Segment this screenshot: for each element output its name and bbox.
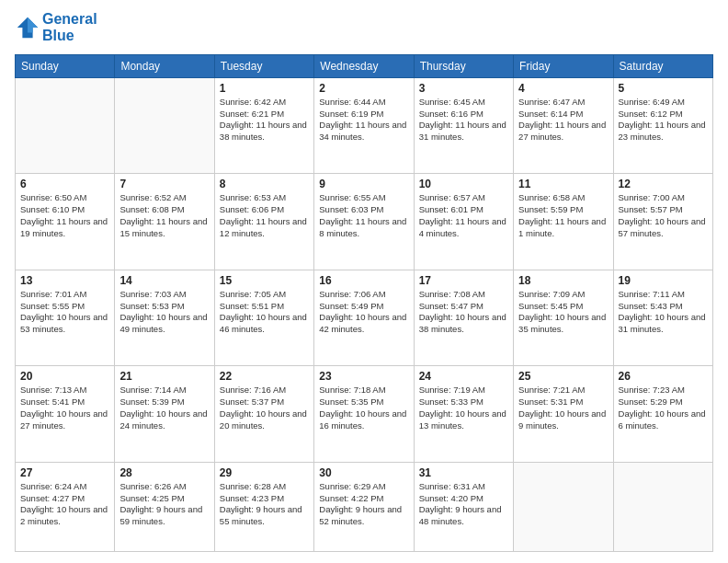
day-info: Sunrise: 7:00 AM Sunset: 5:57 PM Dayligh… bbox=[619, 192, 708, 239]
calendar-cell: 11Sunrise: 6:58 AM Sunset: 5:59 PM Dayli… bbox=[514, 174, 613, 270]
day-number: 24 bbox=[419, 370, 508, 383]
day-number: 12 bbox=[619, 178, 708, 190]
calendar-cell bbox=[115, 77, 214, 174]
calendar-cell bbox=[514, 462, 613, 551]
day-info: Sunrise: 6:53 AM Sunset: 6:06 PM Dayligh… bbox=[220, 192, 309, 239]
day-number: 13 bbox=[20, 274, 109, 287]
calendar-cell: 18Sunrise: 7:09 AM Sunset: 5:45 PM Dayli… bbox=[514, 270, 613, 366]
day-info: Sunrise: 7:09 AM Sunset: 5:45 PM Dayligh… bbox=[518, 289, 608, 336]
calendar-cell: 23Sunrise: 7:18 AM Sunset: 5:35 PM Dayli… bbox=[314, 366, 414, 463]
day-info: Sunrise: 6:55 AM Sunset: 6:03 PM Dayligh… bbox=[319, 192, 408, 239]
calendar-cell: 26Sunrise: 7:23 AM Sunset: 5:29 PM Dayli… bbox=[613, 366, 712, 463]
calendar-cell: 8Sunrise: 6:53 AM Sunset: 6:06 PM Daylig… bbox=[214, 174, 313, 270]
day-info: Sunrise: 7:14 AM Sunset: 5:39 PM Dayligh… bbox=[119, 385, 209, 431]
day-info: Sunrise: 7:11 AM Sunset: 5:43 PM Dayligh… bbox=[619, 289, 708, 336]
day-number: 2 bbox=[319, 82, 408, 95]
calendar-cell: 30Sunrise: 6:29 AM Sunset: 4:22 PM Dayli… bbox=[314, 462, 414, 551]
day-info: Sunrise: 6:45 AM Sunset: 6:16 PM Dayligh… bbox=[419, 97, 508, 144]
day-info: Sunrise: 6:44 AM Sunset: 6:19 PM Dayligh… bbox=[319, 97, 408, 144]
day-info: Sunrise: 7:08 AM Sunset: 5:47 PM Dayligh… bbox=[419, 289, 508, 336]
calendar-cell: 19Sunrise: 7:11 AM Sunset: 5:43 PM Dayli… bbox=[613, 270, 712, 366]
logo: General Blue bbox=[15, 11, 97, 45]
day-info: Sunrise: 7:23 AM Sunset: 5:29 PM Dayligh… bbox=[619, 385, 708, 431]
day-number: 15 bbox=[220, 274, 309, 287]
day-number: 17 bbox=[419, 274, 508, 287]
day-number: 10 bbox=[419, 178, 508, 190]
day-number: 7 bbox=[119, 178, 209, 190]
day-info: Sunrise: 6:28 AM Sunset: 4:23 PM Dayligh… bbox=[220, 481, 309, 528]
logo-text: General Blue bbox=[42, 11, 97, 45]
day-number: 19 bbox=[619, 274, 708, 287]
page: General Blue SundayMondayTuesdayWednesda… bbox=[0, 0, 728, 563]
day-info: Sunrise: 7:06 AM Sunset: 5:49 PM Dayligh… bbox=[319, 289, 408, 336]
day-info: Sunrise: 6:42 AM Sunset: 6:21 PM Dayligh… bbox=[220, 97, 309, 144]
day-number: 14 bbox=[119, 274, 209, 287]
calendar-cell: 29Sunrise: 6:28 AM Sunset: 4:23 PM Dayli… bbox=[214, 462, 313, 551]
calendar-cell: 6Sunrise: 6:50 AM Sunset: 6:10 PM Daylig… bbox=[16, 174, 115, 270]
calendar-cell: 27Sunrise: 6:24 AM Sunset: 4:27 PM Dayli… bbox=[16, 462, 115, 551]
calendar-week-4: 20Sunrise: 7:13 AM Sunset: 5:41 PM Dayli… bbox=[16, 366, 713, 463]
day-info: Sunrise: 6:24 AM Sunset: 4:27 PM Dayligh… bbox=[20, 481, 109, 528]
day-info: Sunrise: 6:31 AM Sunset: 4:20 PM Dayligh… bbox=[419, 481, 508, 528]
day-info: Sunrise: 6:49 AM Sunset: 6:12 PM Dayligh… bbox=[619, 97, 708, 144]
day-number: 1 bbox=[220, 82, 309, 95]
calendar-table: SundayMondayTuesdayWednesdayThursdayFrid… bbox=[15, 54, 713, 552]
calendar-week-5: 27Sunrise: 6:24 AM Sunset: 4:27 PM Dayli… bbox=[16, 462, 713, 551]
calendar-cell: 3Sunrise: 6:45 AM Sunset: 6:16 PM Daylig… bbox=[414, 77, 513, 174]
calendar-cell bbox=[16, 77, 115, 174]
day-number: 4 bbox=[518, 82, 608, 95]
day-info: Sunrise: 6:58 AM Sunset: 5:59 PM Dayligh… bbox=[518, 192, 608, 239]
calendar-cell: 15Sunrise: 7:05 AM Sunset: 5:51 PM Dayli… bbox=[214, 270, 313, 366]
calendar-cell: 10Sunrise: 6:57 AM Sunset: 6:01 PM Dayli… bbox=[414, 174, 513, 270]
day-info: Sunrise: 6:50 AM Sunset: 6:10 PM Dayligh… bbox=[20, 192, 109, 239]
calendar-cell: 28Sunrise: 6:26 AM Sunset: 4:25 PM Dayli… bbox=[115, 462, 214, 551]
calendar-cell: 24Sunrise: 7:19 AM Sunset: 5:33 PM Dayli… bbox=[414, 366, 513, 463]
day-number: 21 bbox=[119, 370, 209, 383]
day-info: Sunrise: 7:16 AM Sunset: 5:37 PM Dayligh… bbox=[220, 385, 309, 431]
day-number: 26 bbox=[619, 370, 708, 383]
day-number: 5 bbox=[619, 82, 708, 95]
calendar-cell: 4Sunrise: 6:47 AM Sunset: 6:14 PM Daylig… bbox=[514, 77, 613, 174]
logo-blue: Blue bbox=[42, 28, 97, 44]
calendar-cell: 17Sunrise: 7:08 AM Sunset: 5:47 PM Dayli… bbox=[414, 270, 513, 366]
weekday-header-sunday: Sunday bbox=[16, 54, 115, 77]
day-info: Sunrise: 6:47 AM Sunset: 6:14 PM Dayligh… bbox=[518, 97, 608, 144]
day-number: 6 bbox=[20, 178, 109, 190]
calendar-cell: 7Sunrise: 6:52 AM Sunset: 6:08 PM Daylig… bbox=[115, 174, 214, 270]
calendar-cell: 31Sunrise: 6:31 AM Sunset: 4:20 PM Dayli… bbox=[414, 462, 513, 551]
day-number: 27 bbox=[20, 466, 109, 479]
day-info: Sunrise: 6:26 AM Sunset: 4:25 PM Dayligh… bbox=[119, 481, 209, 528]
calendar-cell: 1Sunrise: 6:42 AM Sunset: 6:21 PM Daylig… bbox=[214, 77, 313, 174]
day-number: 11 bbox=[518, 178, 608, 190]
day-info: Sunrise: 7:03 AM Sunset: 5:53 PM Dayligh… bbox=[119, 289, 209, 336]
day-number: 25 bbox=[518, 370, 608, 383]
day-info: Sunrise: 6:57 AM Sunset: 6:01 PM Dayligh… bbox=[419, 192, 508, 239]
day-info: Sunrise: 7:01 AM Sunset: 5:55 PM Dayligh… bbox=[20, 289, 109, 336]
calendar-cell: 5Sunrise: 6:49 AM Sunset: 6:12 PM Daylig… bbox=[613, 77, 712, 174]
day-info: Sunrise: 7:13 AM Sunset: 5:41 PM Dayligh… bbox=[20, 385, 109, 431]
calendar-cell: 13Sunrise: 7:01 AM Sunset: 5:55 PM Dayli… bbox=[16, 270, 115, 366]
day-info: Sunrise: 7:18 AM Sunset: 5:35 PM Dayligh… bbox=[319, 385, 408, 431]
day-number: 22 bbox=[220, 370, 309, 383]
day-info: Sunrise: 6:52 AM Sunset: 6:08 PM Dayligh… bbox=[119, 192, 209, 239]
calendar-cell: 25Sunrise: 7:21 AM Sunset: 5:31 PM Dayli… bbox=[514, 366, 613, 463]
day-number: 18 bbox=[518, 274, 608, 287]
day-info: Sunrise: 7:05 AM Sunset: 5:51 PM Dayligh… bbox=[220, 289, 309, 336]
day-number: 9 bbox=[319, 178, 408, 190]
day-number: 16 bbox=[319, 274, 408, 287]
calendar-cell: 22Sunrise: 7:16 AM Sunset: 5:37 PM Dayli… bbox=[214, 366, 313, 463]
weekday-header-friday: Friday bbox=[514, 54, 613, 77]
calendar-cell: 14Sunrise: 7:03 AM Sunset: 5:53 PM Dayli… bbox=[115, 270, 214, 366]
calendar-week-1: 1Sunrise: 6:42 AM Sunset: 6:21 PM Daylig… bbox=[16, 77, 713, 174]
weekday-header-monday: Monday bbox=[115, 54, 214, 77]
svg-marker-1 bbox=[28, 17, 38, 33]
weekday-header-saturday: Saturday bbox=[613, 54, 712, 77]
day-number: 8 bbox=[220, 178, 309, 190]
day-number: 23 bbox=[319, 370, 408, 383]
calendar-week-3: 13Sunrise: 7:01 AM Sunset: 5:55 PM Dayli… bbox=[16, 270, 713, 366]
header: General Blue bbox=[15, 11, 713, 45]
day-number: 29 bbox=[220, 466, 309, 479]
weekday-header-tuesday: Tuesday bbox=[214, 54, 313, 77]
logo-general: General bbox=[42, 11, 97, 27]
logo-icon bbox=[15, 15, 40, 40]
